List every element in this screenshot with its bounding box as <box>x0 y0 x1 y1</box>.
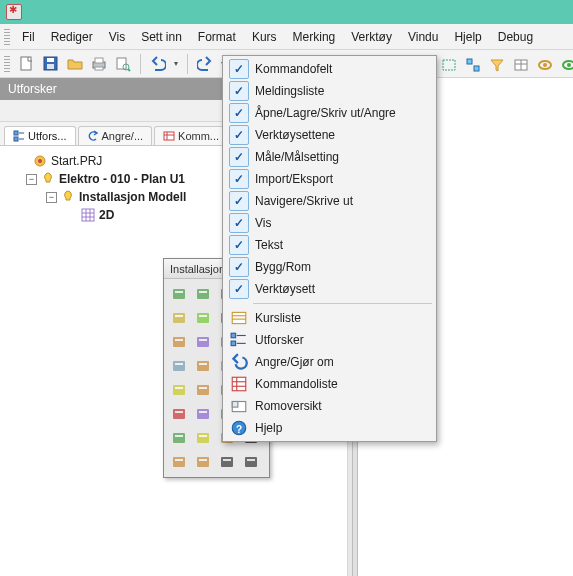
menu-vindu[interactable]: Vindu <box>400 26 446 48</box>
tool-icon-25[interactable] <box>192 427 214 449</box>
tab-2[interactable]: Komm... <box>154 126 228 145</box>
tab-0[interactable]: Utfors... <box>4 126 76 145</box>
unknown-icon-1[interactable] <box>462 54 484 76</box>
menu-verktøy[interactable]: Verktøy <box>343 26 400 48</box>
svg-rect-77 <box>199 411 207 413</box>
tool-icon-20[interactable] <box>168 403 190 425</box>
svg-rect-5 <box>95 58 103 63</box>
tool-icon-17[interactable] <box>192 379 214 401</box>
svg-rect-60 <box>197 361 209 371</box>
tool-icon-13[interactable] <box>192 355 214 377</box>
svg-rect-36 <box>197 289 209 299</box>
menu-item-verkt-ysett[interactable]: Verktøysett <box>225 278 434 300</box>
menu-item-import-eksport[interactable]: Import/Eksport <box>225 168 434 190</box>
menu-item--pne-lagre-skriv-ut-angre[interactable]: Åpne/Lagre/Skriv ut/Angre <box>225 102 434 124</box>
svg-rect-76 <box>197 409 209 419</box>
svg-rect-98 <box>232 312 246 323</box>
tool-icon-24[interactable] <box>168 427 190 449</box>
menu-kurs[interactable]: Kurs <box>244 26 285 48</box>
menu-item-meldingsliste[interactable]: Meldingsliste <box>225 80 434 102</box>
menu-item-utforsker[interactable]: Utforsker <box>225 329 434 351</box>
tool-icon-28[interactable] <box>168 451 190 473</box>
print-button[interactable] <box>88 53 110 75</box>
tool-icon-8[interactable] <box>168 331 190 353</box>
menu-item-kommandofelt[interactable]: Kommandofelt <box>225 58 434 80</box>
menu-item-tekst[interactable]: Tekst <box>225 234 434 256</box>
svg-rect-12 <box>474 66 479 71</box>
tab-icon <box>87 130 99 142</box>
svg-rect-101 <box>231 333 236 338</box>
menu-debug[interactable]: Debug <box>490 26 541 48</box>
redo-button[interactable] <box>194 53 216 75</box>
tree-label: Installasjon Modell <box>79 190 186 204</box>
svg-rect-83 <box>175 435 183 437</box>
menu-item-romoversikt[interactable]: Romoversikt <box>225 395 434 417</box>
new-button[interactable] <box>16 53 38 75</box>
svg-rect-105 <box>232 377 246 391</box>
tool-icon-16[interactable] <box>168 379 190 401</box>
undo-icon <box>229 352 249 372</box>
menu-item-label: Verktøysett <box>255 282 315 296</box>
tool-icon-5[interactable] <box>192 307 214 329</box>
tool-icon-12[interactable] <box>168 355 190 377</box>
tool-icon-1[interactable] <box>192 283 214 305</box>
title-bar <box>0 0 573 24</box>
menu-item-vis[interactable]: Vis <box>225 212 434 234</box>
svg-rect-44 <box>197 313 209 323</box>
menu-item-label: Tekst <box>255 238 283 252</box>
tool-icon-21[interactable] <box>192 403 214 425</box>
select-icon[interactable] <box>438 54 460 76</box>
menu-format[interactable]: Format <box>190 26 244 48</box>
project-icon <box>33 154 47 168</box>
tool-icon-31[interactable] <box>240 451 262 473</box>
tool-icon-9[interactable] <box>192 331 214 353</box>
tab-1[interactable]: Angre/... <box>78 126 153 145</box>
collapse-icon[interactable]: − <box>46 192 57 203</box>
eye-green-icon[interactable] <box>558 54 573 76</box>
tab-icon <box>13 130 25 142</box>
tool-icon-30[interactable] <box>216 451 238 473</box>
menu-item-kursliste[interactable]: Kursliste <box>225 307 434 329</box>
eye-icon[interactable] <box>534 54 556 76</box>
svg-text:?: ? <box>236 424 242 435</box>
open-button[interactable] <box>64 53 86 75</box>
filter-icon[interactable] <box>486 54 508 76</box>
menu-sett inn[interactable]: Sett inn <box>133 26 190 48</box>
svg-rect-85 <box>199 435 207 437</box>
room-icon <box>229 396 249 416</box>
menu-item-label: Åpne/Lagre/Skriv ut/Angre <box>255 106 396 120</box>
menu-item-label: Kommandoliste <box>255 377 338 391</box>
menu-fil[interactable]: Fil <box>14 26 43 48</box>
menu-item-verkt-ysettene[interactable]: Verktøysettene <box>225 124 434 146</box>
menu-hjelp[interactable]: Hjelp <box>446 26 489 48</box>
menu-item-navigere-skrive-ut[interactable]: Navigere/Skrive ut <box>225 190 434 212</box>
tool-icon-0[interactable] <box>168 283 190 305</box>
menu-rediger[interactable]: Rediger <box>43 26 101 48</box>
save-button[interactable] <box>40 53 62 75</box>
table-icon[interactable] <box>510 54 532 76</box>
tool-icon-29[interactable] <box>192 451 214 473</box>
svg-rect-21 <box>14 137 18 141</box>
menu-item-hjelp[interactable]: ?Hjelp <box>225 417 434 439</box>
print-preview-button[interactable] <box>112 53 134 75</box>
menu-item-label: Vis <box>255 216 271 230</box>
toolbars-dropdown-menu: KommandofeltMeldingslisteÅpne/Lagre/Skri… <box>222 55 437 442</box>
collapse-icon[interactable]: − <box>26 174 37 185</box>
check-icon <box>229 81 249 101</box>
bulb-icon <box>61 190 75 204</box>
check-icon <box>229 191 249 211</box>
menu-vis[interactable]: Vis <box>101 26 133 48</box>
menu-merking[interactable]: Merking <box>285 26 344 48</box>
menu-item-bygg-rom[interactable]: Bygg/Rom <box>225 256 434 278</box>
menu-item-kommandoliste[interactable]: Kommandoliste <box>225 373 434 395</box>
tree-icon <box>229 330 249 350</box>
undo-button[interactable] <box>147 53 169 75</box>
svg-rect-90 <box>173 457 185 467</box>
list-icon <box>229 308 249 328</box>
undo-dropdown[interactable]: ▾ <box>171 59 181 68</box>
menu-item-m-le-m-lsetting[interactable]: Måle/Målsetting <box>225 146 434 168</box>
menu-item-angre-gj-r-om[interactable]: Angre/Gjør om <box>225 351 434 373</box>
tool-icon-4[interactable] <box>168 307 190 329</box>
svg-point-17 <box>543 63 547 67</box>
svg-rect-51 <box>175 339 183 341</box>
